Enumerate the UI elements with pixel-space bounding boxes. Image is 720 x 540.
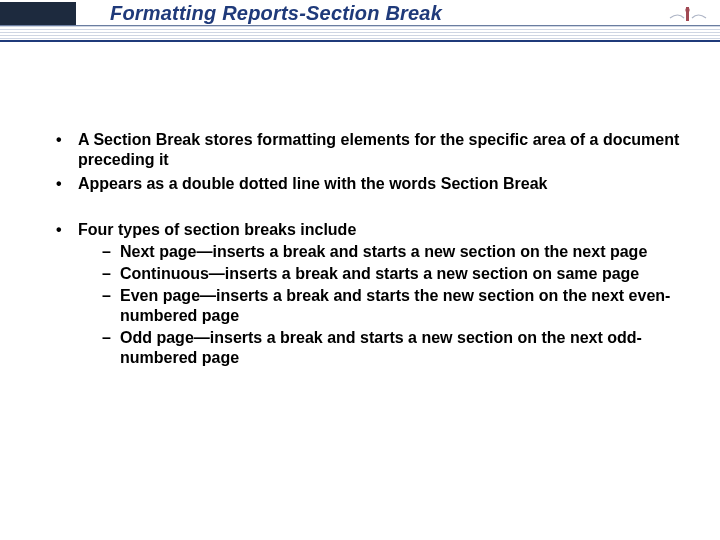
bullet-group-1: A Section Break stores formatting elemen… xyxy=(50,130,680,194)
sub-bullet-item: Odd page—inserts a break and starts a ne… xyxy=(100,328,680,368)
bullet-group-2: Four types of section breaks include Nex… xyxy=(50,220,680,368)
bullet-item: Four types of section breaks include Nex… xyxy=(50,220,680,368)
brand-logo xyxy=(668,2,708,26)
header-accent-block xyxy=(0,2,76,26)
bullet-item: A Section Break stores formatting elemen… xyxy=(50,130,680,170)
sub-bullet-list: Next page—inserts a break and starts a n… xyxy=(78,242,680,368)
sub-bullet-item: Next page—inserts a break and starts a n… xyxy=(100,242,680,262)
slide-title: Formatting Reports-Section Break xyxy=(110,2,442,25)
bullet-lead-text: Four types of section breaks include xyxy=(78,221,356,238)
slide-body: A Section Break stores formatting elemen… xyxy=(50,130,680,394)
logo-mark-icon xyxy=(668,6,708,22)
svg-point-1 xyxy=(685,8,689,12)
slide-header: Formatting Reports-Section Break xyxy=(0,0,720,46)
header-stripes xyxy=(0,26,720,40)
slide: Formatting Reports-Section Break A Secti… xyxy=(0,0,720,540)
bullet-item: Appears as a double dotted line with the… xyxy=(50,174,680,194)
sub-bullet-item: Continuous—inserts a break and starts a … xyxy=(100,264,680,284)
sub-bullet-item: Even page—inserts a break and starts the… xyxy=(100,286,680,326)
header-rule-bottom xyxy=(0,40,720,42)
